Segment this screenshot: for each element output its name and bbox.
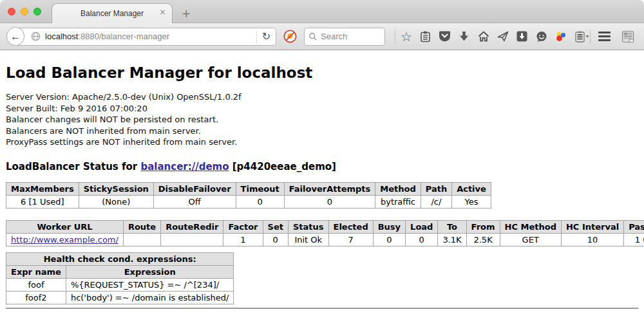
colored-dots-addon-icon[interactable]	[551, 31, 571, 42]
server-info: Server Version: Apache/2.5.0-dev (Unix) …	[6, 91, 638, 148]
page-content: Load Balancer Manager for localhost Serv…	[0, 64, 644, 309]
col-hc-interval: HC Interval	[561, 220, 623, 233]
col-active: Active	[452, 182, 491, 195]
col-to: To	[438, 220, 466, 233]
url-path-text: :8880/balancer-manager	[78, 32, 169, 41]
url-bar[interactable]: localhost:8880/balancer-manager ↻	[15, 28, 276, 46]
col-expr-name: Expr name	[6, 265, 66, 278]
col-routeredir: RouteRedir	[161, 220, 223, 233]
url-domain-text: localhost	[45, 32, 78, 41]
col-route: Route	[123, 220, 160, 233]
inherit-note-line: Balancers are NOT inherited from main se…	[6, 125, 638, 137]
status-suffix: [p4420eeae_demo]	[229, 161, 336, 172]
addon-download-helper-icon[interactable]	[513, 31, 532, 42]
col-path: Path	[421, 182, 451, 195]
status-prefix: LoadBalancer Status for	[6, 161, 140, 172]
screenshot-addon-icon[interactable]	[618, 30, 638, 43]
timeout-value: 0	[236, 195, 284, 208]
factor-value: 1	[223, 233, 263, 246]
tab-title: Balancer Manager	[80, 9, 144, 18]
balancer-settings-table: MaxMembers StickySession DisableFailover…	[6, 182, 491, 209]
hc-interval-value: 10	[561, 233, 623, 246]
page-title: Load Balancer Manager for localhost	[6, 64, 638, 81]
flashblock-icon[interactable]	[283, 30, 297, 43]
col-maxmembers: MaxMembers	[6, 182, 79, 195]
table-header-row: Worker URL Route RouteRedir Factor Set S…	[6, 220, 644, 233]
close-window-button[interactable]	[8, 8, 15, 15]
col-failoverattempts: FailoverAttempts	[284, 182, 375, 195]
routeredir-value	[161, 233, 223, 246]
col-set: Set	[263, 220, 288, 233]
reading-list-icon[interactable]	[416, 31, 435, 42]
minimize-window-button[interactable]	[21, 8, 28, 15]
disablefailover-value: Off	[153, 195, 236, 208]
toolbar-icons: ☆	[393, 30, 589, 44]
table-row: foof2 hc('body') =~ /domain is establish…	[6, 291, 234, 304]
status-value: Init Ok	[288, 233, 328, 246]
downloads-icon[interactable]	[455, 31, 474, 42]
worker-url-link[interactable]: http://www.example.com/	[11, 235, 118, 245]
col-status: Status	[288, 220, 328, 233]
hc-method-value: GET	[500, 233, 561, 246]
back-arrow-icon: ←	[10, 32, 21, 42]
load-value: 0	[406, 233, 438, 246]
health-check-table: Health check cond. expressions: Expr nam…	[6, 252, 234, 304]
tab-balancer-manager[interactable]: Balancer Manager ×	[52, 3, 173, 23]
table-row: http://www.example.com/ 1 0 Init Ok 7 0 …	[6, 233, 644, 246]
to-value: 3.1K	[438, 233, 466, 246]
navigation-toolbar: ← localhost:8880/balancer-manager ↻	[0, 23, 644, 50]
server-version-line: Server Version: Apache/2.5.0-dev (Unix) …	[6, 91, 638, 103]
send-page-icon[interactable]	[493, 31, 513, 42]
active-value: Yes	[452, 195, 491, 208]
col-method: Method	[375, 182, 421, 195]
table-header-row: Expr name Expression	[6, 265, 234, 278]
expr-name-value: foof2	[6, 291, 66, 304]
elected-value: 7	[328, 233, 373, 246]
search-bar[interactable]	[304, 28, 385, 46]
window-controls	[8, 8, 41, 15]
failoverattempts-value: 0	[284, 195, 375, 208]
reload-icon[interactable]: ↻	[262, 32, 270, 42]
zoom-window-button[interactable]	[33, 8, 41, 15]
globe-icon	[31, 32, 41, 41]
col-busy: Busy	[373, 220, 405, 233]
table-header-row: MaxMembers StickySession DisableFailover…	[6, 182, 491, 195]
new-tab-button[interactable]: +	[182, 8, 191, 19]
col-expression: Expression	[66, 265, 234, 278]
col-disablefailover: DisableFailover	[153, 182, 236, 195]
back-button[interactable]: ←	[6, 27, 24, 46]
set-value: 0	[263, 233, 288, 246]
search-input[interactable]	[321, 32, 379, 41]
server-built-line: Server Built: Feb 9 2016 07:00:20	[6, 103, 638, 115]
persist-note-line: Balancer changes will NOT be persisted o…	[6, 114, 638, 125]
table-title-row: Health check cond. expressions:	[6, 252, 234, 265]
expression-value: hc('body') =~ /domain is established/	[66, 291, 234, 304]
search-icon	[308, 32, 317, 41]
col-from: From	[466, 220, 500, 233]
passes-value: 1 (0)	[624, 233, 644, 246]
table-row: 6 [1 Used] (None) Off 0 0 bytraffic /c/ …	[6, 195, 491, 208]
footer-divider	[6, 308, 638, 309]
proxypass-note-line: ProxyPass settings are NOT inherited fro…	[6, 136, 638, 148]
bookmark-star-icon[interactable]: ☆	[397, 30, 416, 43]
stickysession-value: (None)	[79, 195, 153, 208]
col-timeout: Timeout	[236, 182, 284, 195]
menu-icon[interactable]	[598, 32, 611, 41]
col-stickysession: StickySession	[79, 182, 153, 195]
path-value: /c/	[421, 195, 451, 208]
health-table-title: Health check cond. expressions:	[6, 252, 234, 265]
close-tab-icon[interactable]: ×	[159, 8, 166, 16]
home-icon[interactable]	[474, 31, 493, 42]
balancer-demo-link[interactable]: balancer://demo	[140, 161, 229, 172]
busy-value: 0	[373, 233, 405, 246]
maxmembers-value: 6 [1 Used]	[6, 195, 79, 208]
balancer-status-heading: LoadBalancer Status for balancer://demo …	[6, 161, 638, 172]
route-value	[123, 233, 160, 246]
worker-table: Worker URL Route RouteRedir Factor Set S…	[6, 220, 644, 246]
expression-value: %{REQUEST_STATUS} =~ /^[234]/	[66, 278, 234, 291]
col-load: Load	[406, 220, 438, 233]
tab-bar: Balancer Manager × +	[0, 0, 644, 23]
browser-chrome: Balancer Manager × + ← localhost:8880/ba…	[0, 0, 644, 50]
chat-smiley-addon-icon[interactable]	[532, 31, 551, 42]
pocket-icon[interactable]	[435, 31, 455, 42]
